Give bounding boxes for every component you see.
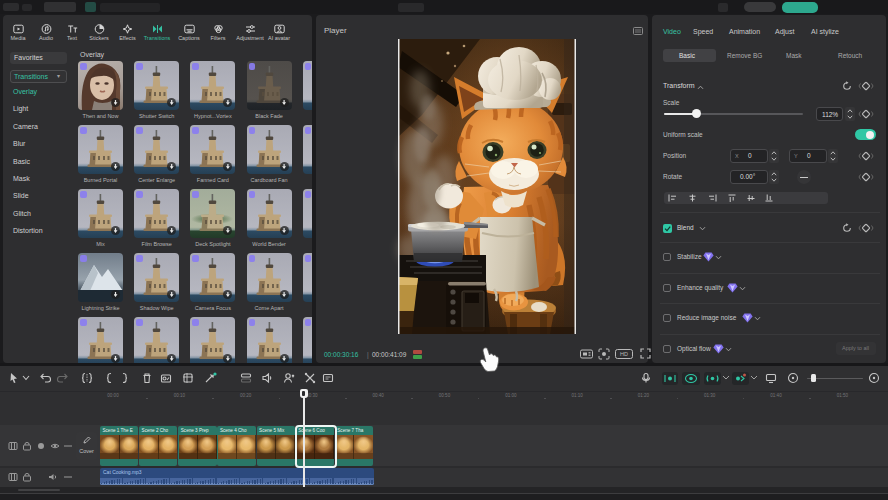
svg-text:HD: HD: [620, 351, 628, 357]
